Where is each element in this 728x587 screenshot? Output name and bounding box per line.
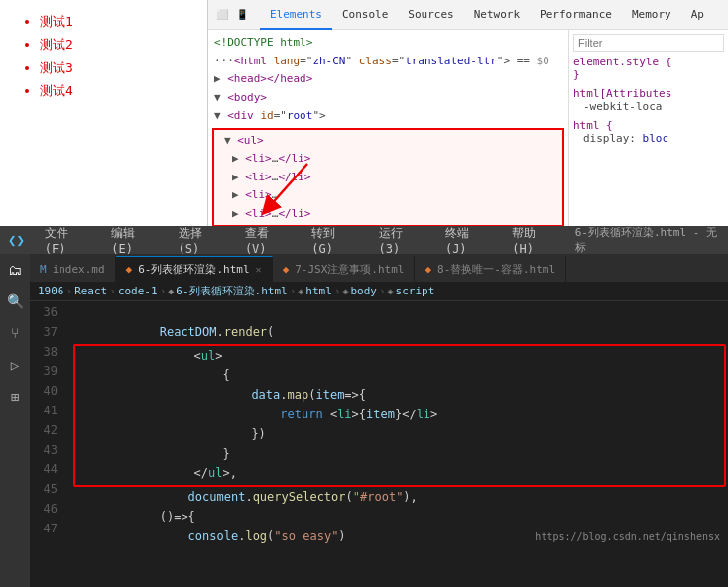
elem-html[interactable]: ···<html lang="zh-CN" class="translated-… [208, 53, 568, 71]
breadcrumb-react[interactable]: React [74, 285, 107, 297]
breadcrumb-file[interactable]: 6-列表循环渲染.html [176, 284, 287, 298]
tab-more[interactable]: Ap [681, 0, 714, 30]
editor-area: M index.md ◆ 6-列表循环渲染.html ✕ ◆ 7-JSX注意事项… [30, 254, 728, 587]
elem-li-3[interactable]: ▶ <li>… [218, 186, 558, 205]
devtools-panel: ⬜ 📱 Elements Console Sources Network Per… [208, 0, 728, 226]
breadcrumb-body[interactable]: body [350, 285, 377, 297]
line-num-38: 38 [30, 343, 58, 363]
menu-select[interactable]: 选择(S) [175, 223, 225, 258]
devtools-tabs: Elements Console Sources Network Perform… [260, 0, 714, 30]
list-item: 测试2 [40, 33, 187, 56]
breadcrumb-script-icon: ◈ [388, 286, 394, 296]
elem-doctype: <!DOCTYPE html> [208, 34, 568, 53]
activity-search-icon[interactable]: 🔍 [3, 290, 27, 313]
line-num-46: 46 [30, 500, 58, 520]
code-line-36 [73, 303, 728, 323]
line-num-41: 41 [30, 402, 58, 421]
list-item: 测试4 [40, 79, 187, 102]
code-content[interactable]: ReactDOM.render( <ul> { [65, 301, 728, 587]
tab-jsx[interactable]: ◆ 7-JSX注意事项.html [273, 256, 416, 282]
code-line-46: ()=>{ [73, 508, 728, 528]
styles-rule-html-attr: html[Attributes -webkit-loca [573, 87, 724, 113]
code-line-40: data.map(item=>{ [79, 386, 720, 406]
menu-terminal[interactable]: 终端(J) [441, 223, 492, 258]
device-icon[interactable]: 📱 [234, 7, 250, 23]
menu-view[interactable]: 查看(V) [241, 223, 292, 258]
tab-network[interactable]: Network [464, 0, 530, 30]
menu-file[interactable]: 文件(F) [41, 223, 91, 258]
vscode-logo-icon: ❮❯ [8, 232, 25, 248]
code-line-47: console.log("so easy") https://blog.csdn… [73, 528, 728, 547]
list-item: 测试3 [40, 57, 187, 79]
tab-sources[interactable]: Sources [398, 0, 463, 30]
elem-ul[interactable]: ▼ <ul> [218, 132, 558, 151]
tab-list-render[interactable]: ◆ 6-列表循环渲染.html ✕ [116, 256, 273, 282]
menu-help[interactable]: 帮助(H) [508, 223, 558, 258]
tab-html-icon: ◆ [126, 263, 133, 276]
line-num-45: 45 [30, 480, 58, 500]
menu-run[interactable]: 运行(3) [375, 223, 425, 258]
top-section: 测试1 测试2 测试3 测试4 ⬜ 📱 Elements Console Sou… [0, 0, 728, 226]
tab-md-icon: M [40, 263, 47, 276]
tab-index-md[interactable]: M index.md [30, 256, 116, 282]
tab-jsx-icon: ◆ [283, 263, 290, 276]
code-line-37: ReactDOM.render( [73, 323, 728, 343]
vscode-titlebar: ❮❯ 文件(F) 编辑(E) 选择(S) 查看(V) 转到(G) 运行(3) 终… [0, 226, 728, 254]
breadcrumb: 1906 › React › code-1 › ◆ 6-列表循环渲染.html … [30, 282, 728, 301]
activity-explorer-icon[interactable]: 🗂 [3, 258, 27, 282]
menu-goto[interactable]: 转到(G) [307, 223, 358, 258]
breadcrumb-html-icon: ◈ [298, 286, 303, 296]
tab-performance[interactable]: Performance [530, 0, 622, 30]
code-line-44: </ul>, [79, 464, 720, 484]
elem-ul-highlighted: ▼ <ul> ▶ <li>…</li> ▶ <li>…</li> ▶ <li>… [212, 128, 564, 227]
preview-list: 测试1 测试2 测试3 测试4 [20, 10, 187, 103]
activity-bar: 🗂 🔍 ⑂ ▷ ⊞ [0, 254, 30, 587]
tab-console[interactable]: Console [332, 0, 398, 30]
line-num-40: 40 [30, 382, 58, 402]
styles-rule-html: html { display: bloc [573, 119, 724, 145]
elem-head[interactable]: ▶ <head></head> [208, 70, 568, 89]
tab-jsx-label: 7-JSX注意事项.html [295, 262, 404, 277]
tab-close-button[interactable]: ✕ [256, 264, 262, 275]
breadcrumb-1906[interactable]: 1906 [38, 285, 64, 297]
code-line-39: { [79, 366, 720, 386]
browser-preview: 测试1 测试2 测试3 测试4 [0, 0, 208, 226]
line-num-43: 43 [30, 441, 58, 461]
activity-extensions-icon[interactable]: ⊞ [3, 385, 27, 409]
inspect-icon[interactable]: ⬜ [214, 7, 230, 23]
vscode-main: 🗂 🔍 ⑂ ▷ ⊞ M index.md ◆ 6-列表循环渲染.html ✕ ◆… [0, 254, 728, 587]
activity-git-icon[interactable]: ⑂ [3, 321, 27, 345]
code-line-43: } [79, 445, 720, 465]
code-line-41: return <li>{item}</li> [79, 406, 720, 425]
code-line-42: }) [79, 425, 720, 445]
devtools-body: <!DOCTYPE html> ···<html lang="zh-CN" cl… [208, 30, 728, 226]
line-num-36: 36 [30, 303, 58, 323]
tab-list-render-label: 6-列表循环渲染.html [138, 262, 249, 277]
code-editor: 36 37 38 39 40 41 42 43 44 45 46 47 Rea [30, 301, 728, 587]
breadcrumb-code1[interactable]: code-1 [118, 285, 158, 297]
breadcrumb-html[interactable]: html [305, 285, 332, 297]
tab-elements[interactable]: Elements [260, 0, 332, 30]
elem-div-root[interactable]: ▼ <div id="root"> [208, 107, 568, 126]
styles-pane: element.style { } html[Attributes -webki… [569, 30, 728, 226]
menu-edit[interactable]: 编辑(E) [107, 223, 158, 258]
elem-li-1[interactable]: ▶ <li>…</li> [218, 150, 558, 169]
line-num-37: 37 [30, 323, 58, 343]
breadcrumb-script[interactable]: script [396, 285, 435, 297]
elem-li-2[interactable]: ▶ <li>…</li> [218, 169, 558, 187]
activity-debug-icon[interactable]: ▷ [3, 353, 27, 377]
status-url: https://blog.csdn.net/qinshensx [535, 528, 728, 547]
code-line-45: document.querySelector("#root"), [73, 488, 728, 508]
tab-memory[interactable]: Memory [622, 0, 681, 30]
code-highlighted-block: <ul> { data.map(item=>{ [73, 344, 726, 488]
elem-body[interactable]: ▼ <body> [208, 89, 568, 108]
list-item: 测试1 [40, 10, 187, 33]
line-num-47: 47 [30, 520, 58, 539]
line-numbers: 36 37 38 39 40 41 42 43 44 45 46 47 [30, 301, 65, 587]
tab-replace-label: 8-替换唯一-容器.html [437, 262, 555, 277]
line-num-44: 44 [30, 460, 58, 480]
styles-filter[interactable] [573, 34, 724, 52]
window-title: 6-列表循环渲染.html - 无标 [575, 225, 720, 255]
tab-replace[interactable]: ◆ 8-替换唯一-容器.html [415, 256, 566, 282]
elem-li-4[interactable]: ▶ <li>…</li> [218, 205, 558, 224]
